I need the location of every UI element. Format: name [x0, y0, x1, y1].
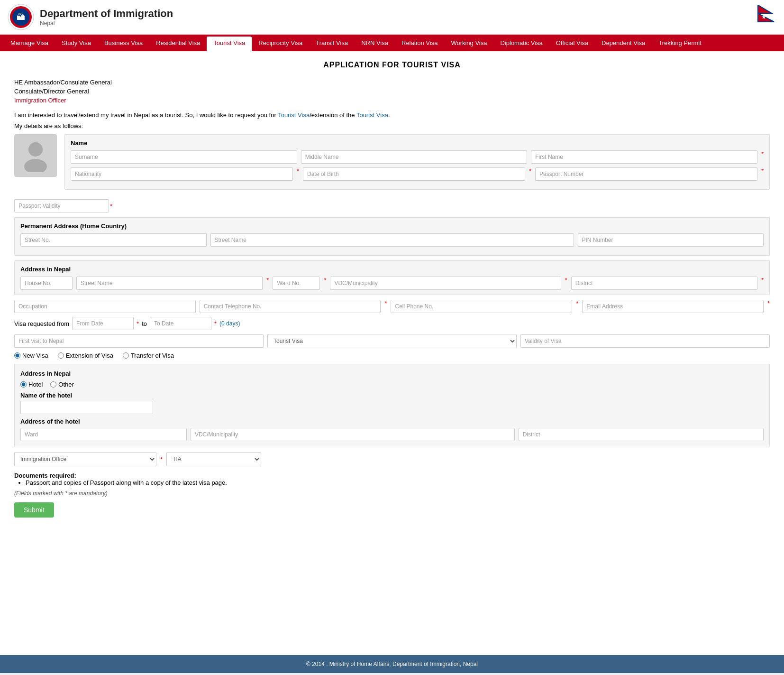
- new-visa-label[interactable]: New Visa: [14, 352, 48, 359]
- nationality-input[interactable]: [71, 167, 293, 181]
- name-section: Name * * * *: [64, 134, 770, 190]
- form-top: Name * * * *: [14, 134, 770, 194]
- visa-requested-row: Visa requested from * to * (0 days): [14, 317, 770, 330]
- other-radio[interactable]: [50, 381, 56, 388]
- hotel-radio[interactable]: [20, 381, 27, 388]
- house-no-input[interactable]: [20, 277, 73, 290]
- nationality-required-star: *: [297, 167, 299, 181]
- vdc-input[interactable]: [330, 277, 561, 290]
- address-nepal-row: * * * *: [20, 277, 764, 290]
- submit-button[interactable]: Submit: [14, 502, 54, 518]
- visa-type-radio-group: New Visa Extension of Visa Transfer of V…: [14, 352, 770, 359]
- intro-body: I am interested to travel/extend my trav…: [14, 111, 770, 119]
- from-date-input[interactable]: [72, 317, 134, 330]
- nav-business-visa[interactable]: Business Visa: [98, 35, 149, 51]
- documents-list: Passport and copies of Passport along wi…: [14, 479, 770, 486]
- nav-marriage-visa[interactable]: Marriage Visa: [4, 35, 55, 51]
- contact-tel-input[interactable]: [200, 300, 381, 313]
- nav-trekking-permit[interactable]: Trekking Permit: [652, 35, 708, 51]
- nationality-dob-row: * * *: [71, 167, 764, 181]
- middle-name-input[interactable]: [301, 150, 528, 164]
- intro-text: HE Ambassador/Consulate General Consulat…: [14, 79, 770, 104]
- other-label[interactable]: Other: [50, 381, 74, 388]
- extension-visa-label[interactable]: Extension of Visa: [58, 352, 113, 359]
- cell-phone-input[interactable]: [391, 300, 572, 313]
- footer-text: © 2014 . Ministry of Home Affairs, Depar…: [306, 661, 478, 667]
- street-no-input[interactable]: [20, 233, 207, 247]
- tia-select[interactable]: TIA Kathmandu Pokhara: [166, 452, 261, 466]
- passport-required-star: *: [761, 167, 764, 181]
- immigration-office-select[interactable]: Immigration Office TIA Office Other: [14, 452, 156, 466]
- validity-of-visa-input[interactable]: [520, 334, 770, 348]
- main-content: APPLICATION FOR TOURIST VISA HE Ambassad…: [0, 51, 784, 655]
- immigration-office-row: Immigration Office TIA Office Other * TI…: [14, 452, 770, 466]
- nav-relation-visa[interactable]: Relation Visa: [395, 35, 444, 51]
- pin-number-input[interactable]: [578, 233, 764, 247]
- hotel-label[interactable]: Hotel: [20, 381, 43, 388]
- permanent-address-title: Permanent Address (Home Country): [20, 222, 764, 230]
- surname-input[interactable]: [71, 150, 297, 164]
- new-visa-radio[interactable]: [14, 352, 20, 359]
- first-visit-input[interactable]: [14, 334, 264, 348]
- hotel-name-input[interactable]: [20, 401, 153, 414]
- ward-no-input[interactable]: [273, 277, 320, 290]
- nav-nrn-visa[interactable]: NRN Visa: [355, 35, 395, 51]
- svg-text:★: ★: [761, 14, 766, 20]
- documents-section: Documents required: Passport and copies …: [14, 472, 770, 486]
- visa-requested-label: Visa requested from: [14, 320, 69, 327]
- occupation-input[interactable]: [14, 300, 196, 313]
- district-input[interactable]: [571, 277, 757, 290]
- nav-diplomatic-visa[interactable]: Diplomatic Visa: [493, 35, 549, 51]
- address-nepal-title: Address in Nepal: [20, 266, 764, 273]
- intro-line2: Consulate/Director General: [14, 88, 770, 95]
- transfer-visa-radio[interactable]: [123, 352, 129, 359]
- header-left: 🏔 Department of Immigration Nepal: [8, 4, 173, 30]
- svg-point-8: [28, 142, 43, 157]
- contact-required: *: [384, 300, 387, 313]
- first-name-input[interactable]: [531, 150, 757, 164]
- extension-visa-text: Extension of Visa: [66, 352, 113, 359]
- nav-residential-visa[interactable]: Residential Visa: [149, 35, 207, 51]
- imm-required: *: [160, 456, 163, 463]
- address-nepal-section: Address in Nepal * * * *: [14, 260, 770, 295]
- perm-address-row: [20, 233, 764, 247]
- hotel-vdc-input[interactable]: [191, 428, 515, 441]
- nav-transit-visa[interactable]: Transit Visa: [309, 35, 355, 51]
- passport-number-input[interactable]: [535, 167, 757, 181]
- nav-working-visa[interactable]: Working Visa: [444, 35, 493, 51]
- hotel-ward-input[interactable]: [20, 428, 187, 441]
- intro-line1: HE Ambassador/Consulate General: [14, 79, 770, 86]
- passport-validity-input[interactable]: [14, 199, 109, 213]
- to-date-required: *: [214, 320, 217, 327]
- hotel-district-input[interactable]: [519, 428, 764, 441]
- svg-text:🏔: 🏔: [17, 12, 25, 22]
- passport-validity-row: *: [14, 199, 770, 213]
- addr-street-input[interactable]: [76, 277, 263, 290]
- address-nepal2-title: Address in Nepal: [20, 370, 764, 377]
- hotel-name-label: Name of the hotel: [20, 392, 764, 399]
- nav-tourist-visa[interactable]: Tourist Visa: [207, 37, 252, 51]
- other-text: Other: [58, 381, 74, 388]
- extension-visa-radio[interactable]: [58, 352, 64, 359]
- permanent-address-section: Permanent Address (Home Country): [14, 217, 770, 256]
- dob-input[interactable]: [303, 167, 525, 181]
- nav-official-visa[interactable]: Official Visa: [549, 35, 595, 51]
- document-item: Passport and copies of Passport along wi…: [26, 479, 770, 486]
- district-required: *: [761, 277, 764, 290]
- nav-study-visa[interactable]: Study Visa: [55, 35, 98, 51]
- name-required-star: *: [761, 150, 764, 164]
- street-name-input[interactable]: [210, 233, 574, 247]
- tourist-visa-select[interactable]: Tourist Visa Business Visa Other: [267, 334, 517, 348]
- transfer-visa-label[interactable]: Transfer of Visa: [123, 352, 174, 359]
- vdc-required: *: [565, 277, 567, 290]
- nav-reciprocity-visa[interactable]: Reciprocity Visa: [252, 35, 309, 51]
- street-required: *: [266, 277, 269, 290]
- mandatory-note: (Fields marked with * are mandatory): [14, 490, 770, 497]
- photo-placeholder: [14, 134, 57, 177]
- main-nav: Marriage Visa Study Visa Business Visa R…: [0, 35, 784, 51]
- my-details-label: My details are as follows:: [14, 122, 770, 129]
- to-date-input[interactable]: [150, 317, 211, 330]
- email-input[interactable]: [582, 300, 764, 313]
- nav-dependent-visa[interactable]: Dependent Visa: [595, 35, 652, 51]
- page-footer: © 2014 . Ministry of Home Affairs, Depar…: [0, 655, 784, 673]
